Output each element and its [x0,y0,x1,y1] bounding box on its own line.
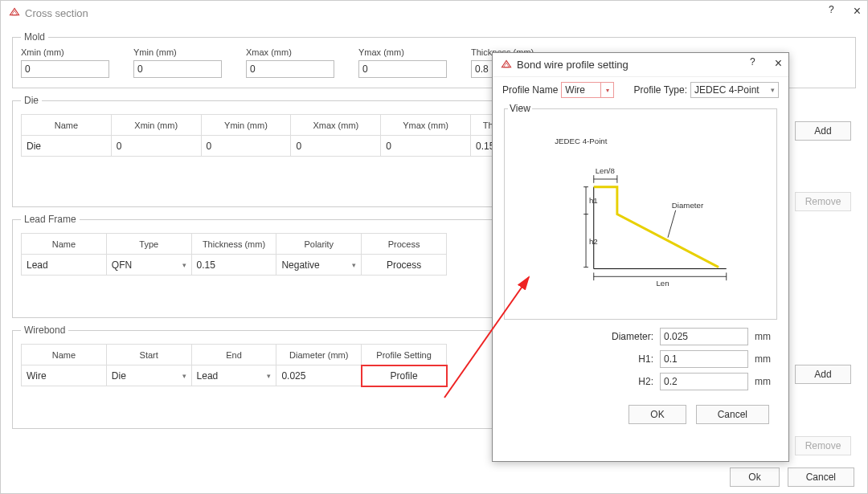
wb-dia-cell[interactable]: 0.025 [276,365,362,386]
mold-ymin-label: Ymin (mm) [133,47,222,57]
mold-ymax-label: Ymax (mm) [358,47,447,57]
h1-label: H1: [605,353,653,365]
profile-name-dropdown-icon[interactable]: ▾ [601,82,614,98]
die-add-button[interactable]: Add [795,121,851,141]
wire-profile-diagram: JEDEC 4-Point Len/8 h1 h2 [508,120,773,316]
lead-th-type: Type [106,234,191,255]
ann-h2: h2 [589,237,598,246]
die-ymax-cell[interactable]: 0 [381,136,471,157]
h1-input[interactable] [660,350,748,368]
mold-xmax-label: Xmax (mm) [246,47,334,57]
dialog-help-icon[interactable]: ? [750,56,755,71]
profile-name-label: Profile Name [502,84,558,96]
table-row[interactable]: Wire Die▾ Lead▾ 0.025 Profile [22,365,447,386]
die-legend: Die [21,95,42,106]
lead-name-cell[interactable]: Lead [22,255,107,276]
lead-type-value: QFN [112,259,132,271]
diagram-title: JEDEC 4-Point [555,137,607,145]
app-logo-icon [501,59,512,71]
lead-th-pol: Polarity [276,234,362,255]
table-row[interactable]: Lead QFN▾ 0.15 Negative▾ Process [22,255,447,276]
chevron-down-icon: ▾ [771,86,775,94]
mold-xmax-input[interactable] [246,60,334,78]
wb-th-prof: Profile Setting [362,345,447,365]
die-th-name: Name [22,115,112,136]
die-xmax-cell[interactable]: 0 [291,136,381,157]
die-th-xmax: Xmax (mm) [291,115,381,136]
chevron-down-icon: ▾ [182,372,186,380]
wb-end-value: Lead [197,370,219,382]
chevron-down-icon: ▾ [352,261,356,269]
dialog-close-icon[interactable]: × [775,56,782,71]
h2-input[interactable] [660,373,748,390]
unit-mm: mm [755,331,779,342]
ok-button[interactable]: Ok [730,467,779,487]
lead-legend: Lead Frame [21,214,80,225]
unit-mm: mm [755,376,779,387]
profile-name-select[interactable]: Wire [561,82,601,98]
ann-len8: Len/8 [596,166,615,175]
die-th-ymin: Ymin (mm) [201,115,291,136]
mold-ymin-input[interactable] [133,60,222,78]
lead-th-proc: Process [362,234,447,255]
dialog-titlebar: Bond wire profile setting ? × [493,53,788,77]
chevron-down-icon: ▾ [267,372,271,380]
die-ymin-cell[interactable]: 0 [201,136,291,157]
view-legend: View [508,103,532,114]
wb-profile-button[interactable]: Profile [362,365,447,386]
lead-th-thick: Thickness (mm) [191,234,276,255]
mold-legend: Mold [21,31,48,43]
mold-xmin-label: Xmin (mm) [21,47,109,57]
lead-th-name: Name [22,234,107,255]
wb-th-dia: Diameter (mm) [276,345,362,365]
close-icon[interactable]: × [854,4,861,18]
h2-label: H2: [605,376,653,387]
svg-marker-0 [10,8,18,14]
view-group: View JEDEC 4-Point Len/8 h1 [504,103,777,320]
profile-name-value: Wire [565,84,585,96]
main-titlebar: Cross section ? × [1,1,867,25]
help-icon[interactable]: ? [829,4,834,18]
unit-mm: mm [755,353,779,365]
die-th-ymax: Ymax (mm) [381,115,471,136]
die-table: Name Xmin (mm) Ymin (mm) Xmax (mm) Ymax … [21,114,535,157]
lead-table: Name Type Thickness (mm) Polarity Proces… [21,233,447,276]
lead-pol-cell[interactable]: Negative▾ [276,255,362,276]
footer-buttons: Ok Cancel [730,467,854,487]
die-th-xmin: Xmin (mm) [111,115,201,136]
table-row[interactable]: Die 0 0 0 0 0.15 [22,136,535,157]
profile-type-value: JEDEC 4-Point [694,84,760,96]
wb-end-cell[interactable]: Lead▾ [191,365,276,386]
die-remove-button[interactable]: Remove [795,192,851,211]
cancel-button[interactable]: Cancel [788,467,854,487]
ann-len: Len [656,279,669,288]
profile-type-label: Profile Type: [634,84,687,96]
lead-thick-cell[interactable]: 0.15 [191,255,276,276]
die-xmin-cell[interactable]: 0 [111,136,201,157]
lead-pol-value: Negative [281,259,319,271]
diameter-label: Diameter: [605,331,653,342]
main-title: Cross section [25,7,88,19]
wirebond-legend: Wirebond [21,325,68,336]
diameter-input[interactable] [660,328,748,345]
ann-h1: h1 [589,196,598,205]
wirebond-add-button[interactable]: Add [795,365,851,384]
wirebond-table: Name Start End Diameter (mm) Profile Set… [21,344,447,386]
wb-name-cell[interactable]: Wire [22,365,107,386]
mold-xmin-input[interactable] [21,60,109,78]
die-name-cell[interactable]: Die [22,136,112,157]
dialog-ok-button[interactable]: OK [628,405,686,424]
ann-diameter: Diameter [672,201,704,210]
dialog-cancel-button[interactable]: Cancel [696,405,769,424]
wb-th-end: End [191,345,276,365]
chevron-down-icon: ▾ [182,261,186,269]
dialog-title: Bond wire profile setting [517,59,628,71]
mold-ymax-input[interactable] [358,60,447,78]
wb-start-cell[interactable]: Die▾ [106,365,191,386]
wb-th-name: Name [22,345,107,365]
lead-process-button[interactable]: Process [362,255,447,276]
profile-type-select[interactable]: JEDEC 4-Point▾ [690,82,779,98]
wb-th-start: Start [106,345,191,365]
lead-type-cell[interactable]: QFN▾ [106,255,191,276]
wirebond-remove-button[interactable]: Remove [795,436,851,455]
